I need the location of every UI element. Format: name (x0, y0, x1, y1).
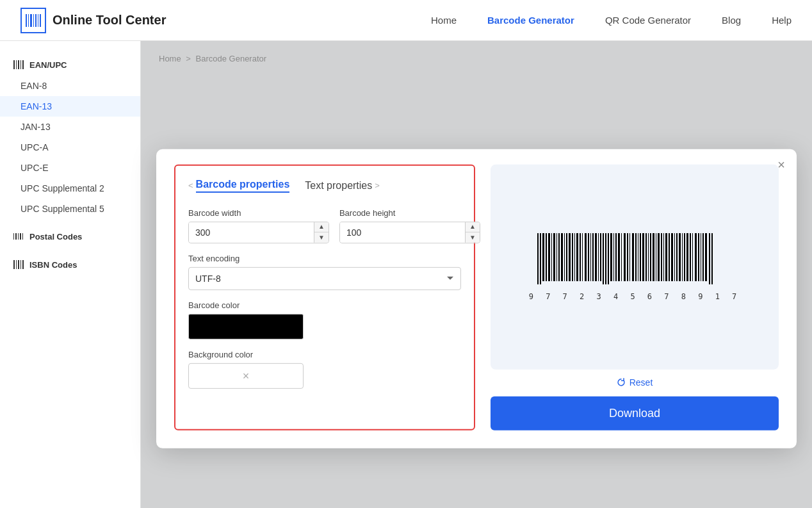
properties-modal: × < Barcode properties Text properties > (156, 149, 797, 448)
svg-rect-54 (621, 233, 622, 281)
svg-rect-0 (26, 14, 27, 27)
svg-rect-12 (13, 233, 14, 240)
barcode-width-input[interactable] (189, 222, 314, 242)
svg-rect-58 (632, 233, 634, 281)
svg-rect-60 (638, 233, 638, 281)
barcode-height-group: Barcode height ▲ ▼ (339, 208, 480, 243)
svg-rect-62 (642, 233, 644, 281)
svg-rect-3 (33, 14, 34, 27)
svg-rect-50 (610, 233, 612, 281)
barcode-width-spinner[interactable]: ▲ ▼ (188, 221, 329, 243)
background-color-group: Background color × (188, 349, 461, 388)
sidebar-item-jan13[interactable]: JAN-13 (0, 117, 140, 137)
download-button[interactable]: Download (491, 396, 779, 430)
svg-rect-29 (556, 233, 557, 281)
svg-rect-14 (18, 233, 19, 240)
sidebar-section-postal-label: Postal Codes (29, 232, 82, 242)
svg-rect-44 (595, 233, 597, 281)
tab-left-arrow: < (188, 181, 193, 190)
height-decrease-button[interactable]: ▼ (466, 233, 480, 243)
svg-rect-69 (661, 233, 662, 281)
svg-rect-85 (702, 233, 704, 281)
sidebar-item-ean13[interactable]: EAN-13 (0, 96, 140, 117)
svg-rect-6 (40, 14, 41, 27)
panel-tab-text-properties[interactable]: Text properties > (305, 177, 380, 193)
svg-rect-73 (671, 233, 673, 281)
barcode-properties-tab-label: Barcode properties (196, 178, 290, 192)
svg-rect-56 (627, 233, 628, 281)
svg-rect-38 (580, 233, 581, 281)
svg-rect-20 (20, 260, 21, 269)
sidebar-item-upc-supp2[interactable]: UPC Supplemental 2 (0, 178, 140, 199)
page-content: EAN/UPC EAN-8 EAN-13 JAN-13 UPC-A UPC-E … (0, 41, 812, 508)
barcode-height-spinner[interactable]: ▲ ▼ (339, 221, 480, 243)
svg-rect-1 (28, 14, 29, 27)
sidebar-item-upc-supp5[interactable]: UPC Supplemental 5 (0, 199, 140, 219)
nav-blog[interactable]: Blog (722, 15, 741, 26)
svg-rect-66 (653, 233, 654, 281)
svg-rect-75 (676, 233, 678, 281)
sidebar-item-upca[interactable]: UPC-A (0, 137, 140, 158)
width-spinner-buttons: ▲ ▼ (314, 222, 329, 242)
svg-rect-28 (553, 233, 555, 281)
svg-rect-2 (30, 14, 32, 27)
main-nav: Home Barcode Generator QR Code Generator… (431, 15, 792, 26)
svg-rect-63 (646, 233, 647, 281)
barcode-width-label: Barcode width (188, 208, 329, 217)
svg-rect-49 (608, 233, 609, 284)
svg-rect-9 (18, 60, 19, 69)
svg-rect-21 (22, 260, 24, 269)
sidebar-section-isbn-label: ISBN Codes (29, 260, 77, 270)
svg-rect-86 (705, 233, 707, 281)
text-encoding-select[interactable]: UTF-8 ISO-8859-1 ASCII (188, 266, 461, 290)
nav-qr-code-generator[interactable]: QR Code Generator (605, 15, 691, 26)
nav-help[interactable]: Help (772, 15, 792, 26)
logo-text: Online Tool Center (53, 13, 166, 28)
logo[interactable]: Online Tool Center (20, 8, 166, 33)
sidebar-section-ean-upc-label: EAN/UPC (29, 60, 67, 70)
svg-rect-76 (679, 233, 681, 281)
svg-rect-64 (648, 233, 649, 281)
tab-right-arrow: > (375, 181, 380, 190)
background-color-label: Background color (188, 349, 461, 359)
barcode-svg-container: 9 7 7 2 3 4 5 6 7 8 9 1 7 (529, 233, 741, 300)
svg-rect-68 (658, 233, 660, 281)
height-increase-button[interactable]: ▲ (466, 222, 480, 233)
panel-tab-barcode-properties[interactable]: < Barcode properties (188, 176, 289, 195)
modal-close-button[interactable]: × (777, 158, 785, 170)
svg-rect-17 (13, 260, 15, 269)
barcode-height-input[interactable] (340, 222, 465, 242)
text-encoding-group: Text encoding UTF-8 ISO-8859-1 ASCII (188, 253, 461, 290)
text-properties-tab-label: Text properties (305, 179, 372, 191)
svg-rect-16 (22, 233, 23, 240)
sidebar-item-ean8[interactable]: EAN-8 (0, 76, 140, 96)
svg-rect-24 (542, 233, 544, 281)
background-color-field[interactable]: × (188, 363, 304, 388)
svg-rect-72 (669, 233, 670, 281)
sidebar-section-isbn: ISBN Codes (0, 254, 140, 275)
reset-button[interactable]: Reset (617, 377, 653, 387)
svg-rect-31 (561, 233, 563, 281)
background-color-clear[interactable]: × (243, 370, 250, 381)
barcode-image-area: 9 7 7 2 3 4 5 6 7 8 9 1 7 (491, 164, 779, 369)
svg-rect-25 (546, 233, 547, 281)
width-increase-button[interactable]: ▲ (314, 222, 329, 233)
nav-barcode-generator[interactable]: Barcode Generator (487, 15, 574, 26)
sidebar-section-postal: Postal Codes (0, 225, 140, 247)
svg-rect-7 (13, 60, 15, 69)
header: Online Tool Center Home Barcode Generato… (0, 0, 812, 41)
sidebar-item-upce[interactable]: UPC-E (0, 158, 140, 178)
width-decrease-button[interactable]: ▼ (314, 233, 329, 243)
barcode-color-swatch[interactable] (188, 313, 304, 339)
svg-rect-13 (15, 233, 17, 240)
barcode-width-group: Barcode width ▲ ▼ (188, 208, 329, 243)
svg-rect-35 (572, 233, 573, 281)
properties-panel: < Barcode properties Text properties > B… (174, 164, 475, 430)
reset-label: Reset (629, 377, 653, 387)
svg-rect-53 (618, 233, 620, 281)
svg-rect-18 (16, 260, 17, 269)
barcode-svg (532, 233, 737, 290)
svg-rect-84 (701, 233, 701, 281)
nav-home[interactable]: Home (431, 15, 457, 26)
svg-rect-26 (548, 233, 550, 281)
